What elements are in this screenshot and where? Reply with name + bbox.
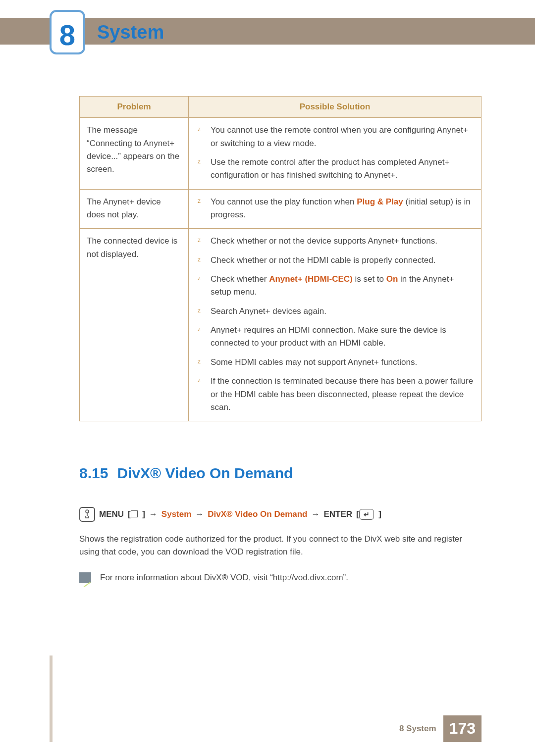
svg-point-0 bbox=[86, 510, 89, 513]
menu-path-item: DivX® Video On Demand bbox=[208, 508, 307, 521]
text-fragment: You cannot use the play function when bbox=[211, 197, 357, 206]
problem-cell: The connected device is not displayed. bbox=[80, 229, 189, 421]
solution-cell: You cannot use the remote control when y… bbox=[189, 118, 482, 189]
list-item: Check whether or not the HDMI cable is p… bbox=[196, 254, 474, 273]
list-item: Anynet+ requires an HDMI connection. Mak… bbox=[196, 324, 474, 356]
list-item: Some HDMI cables may not support Anynet+… bbox=[196, 356, 474, 375]
enter-bracket: [↵ ] bbox=[356, 508, 381, 521]
table-row: The connected device is not displayed. C… bbox=[80, 229, 482, 421]
enter-icon: ↵ bbox=[359, 509, 374, 520]
problem-cell: The Anynet+ device does not play. bbox=[80, 189, 189, 229]
arrow-icon: → bbox=[195, 508, 204, 521]
menu-label: MENU bbox=[99, 508, 124, 521]
menu-path: MENU [ ] → System → DivX® Video On Deman… bbox=[79, 507, 482, 522]
note-icon bbox=[79, 572, 91, 583]
highlight-text: Plug & Play bbox=[357, 197, 403, 206]
left-margin-bar bbox=[50, 655, 53, 742]
troubleshoot-table: Problem Possible Solution The message “C… bbox=[79, 96, 482, 421]
text-fragment: Check whether bbox=[211, 274, 269, 284]
solution-cell: Check whether or not the device supports… bbox=[189, 229, 482, 421]
list-item: Use the remote control after the product… bbox=[196, 156, 474, 182]
list-item: If the connection is terminated because … bbox=[196, 375, 474, 414]
menu-bracket: [ ] bbox=[128, 508, 145, 521]
list-item: Check whether Anynet+ (HDMI-CEC) is set … bbox=[196, 273, 474, 305]
highlight-text: Anynet+ (HDMI-CEC) bbox=[269, 274, 353, 284]
col-header-problem: Problem bbox=[80, 97, 189, 118]
section-number: 8.15 bbox=[79, 465, 108, 481]
body-paragraph: Shows the registration code authorized f… bbox=[79, 533, 482, 559]
arrow-icon: → bbox=[149, 508, 158, 521]
list-item: You cannot use the remote control when y… bbox=[196, 124, 474, 156]
chapter-number: 8 bbox=[59, 13, 75, 57]
chapter-tab: 8 bbox=[50, 10, 85, 54]
list-item: Check whether or not the device supports… bbox=[196, 235, 474, 253]
table-row: The Anynet+ device does not play. You ca… bbox=[80, 189, 482, 229]
touch-icon bbox=[79, 507, 95, 522]
solution-cell: You cannot use the play function when Pl… bbox=[189, 189, 482, 229]
menu-path-item: System bbox=[161, 508, 191, 521]
chapter-title: System bbox=[97, 18, 164, 47]
section-heading: 8.15DivX® Video On Demand bbox=[79, 462, 482, 485]
page-footer: 8 System 173 bbox=[399, 715, 482, 742]
highlight-text: On bbox=[386, 274, 398, 284]
footer-label: 8 System bbox=[399, 722, 436, 735]
arrow-icon: → bbox=[311, 508, 320, 521]
table-row: The message “Connecting to Anynet+ devic… bbox=[80, 118, 482, 189]
text-fragment: is set to bbox=[353, 274, 386, 284]
enter-label: ENTER bbox=[323, 508, 352, 521]
page-number: 173 bbox=[443, 715, 482, 742]
page-content: Problem Possible Solution The message “C… bbox=[79, 96, 482, 585]
note-text: For more information about DivX® VOD, vi… bbox=[100, 571, 348, 584]
problem-cell: The message “Connecting to Anynet+ devic… bbox=[80, 118, 189, 189]
note-row: For more information about DivX® VOD, vi… bbox=[79, 571, 482, 584]
section-title: DivX® Video On Demand bbox=[117, 465, 293, 481]
list-item: Search Anynet+ devices again. bbox=[196, 305, 474, 324]
square-icon bbox=[131, 510, 138, 517]
col-header-solution: Possible Solution bbox=[189, 97, 482, 118]
list-item: You cannot use the play function when Pl… bbox=[196, 196, 474, 222]
